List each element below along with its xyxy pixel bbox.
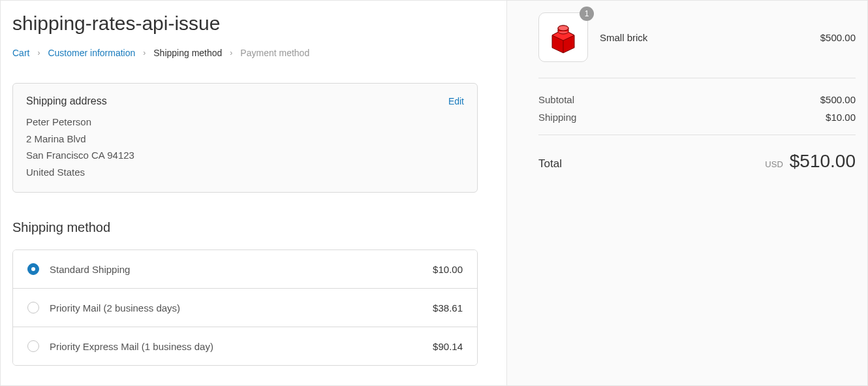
cart-item-price: $500.00 bbox=[820, 32, 856, 43]
subtotal-value: $500.00 bbox=[820, 94, 856, 105]
address-city: San Francisco CA 94123 bbox=[26, 147, 464, 164]
cart-item-thumb-wrap: 1 bbox=[538, 12, 588, 62]
summary-divider bbox=[538, 135, 856, 135]
edit-address-link[interactable]: Edit bbox=[448, 96, 464, 106]
shipping-address-label: Shipping address bbox=[26, 95, 107, 107]
shipping-address-header: Shipping address Edit bbox=[26, 95, 464, 107]
order-summary: 1 Small brick $500.00 Subtotal $500.00 S… bbox=[506, 1, 867, 385]
radio-unselected-icon[interactable] bbox=[27, 340, 39, 352]
brick-icon bbox=[546, 20, 580, 54]
cart-item-name: Small brick bbox=[600, 32, 820, 43]
shipping-option-label: Priority Express Mail (1 business day) bbox=[50, 341, 433, 352]
breadcrumb-shipping-method: Shipping method bbox=[153, 48, 222, 58]
radio-unselected-icon[interactable] bbox=[27, 302, 39, 314]
address-street: 2 Marina Blvd bbox=[26, 131, 464, 148]
shipping-row: Shipping $10.00 bbox=[538, 112, 856, 123]
shipping-option-priority[interactable]: Priority Mail (2 business days) $38.61 bbox=[13, 289, 477, 327]
currency-code: USD bbox=[765, 159, 783, 169]
radio-selected-icon[interactable] bbox=[27, 263, 39, 275]
chevron-right-icon: › bbox=[143, 48, 146, 57]
subtotal-row: Subtotal $500.00 bbox=[538, 94, 856, 105]
store-title: shipping-rates-api-issue bbox=[12, 12, 478, 35]
shipping-option-standard[interactable]: Standard Shipping $10.00 bbox=[13, 250, 477, 289]
breadcrumb-customer-info[interactable]: Customer information bbox=[48, 48, 135, 58]
chevron-right-icon: › bbox=[230, 48, 232, 57]
shipping-option-price: $38.61 bbox=[433, 302, 463, 314]
total-row: Total USD $510.00 bbox=[538, 151, 856, 172]
shipping-method-title: Shipping method bbox=[12, 220, 478, 235]
cart-item: 1 Small brick $500.00 bbox=[538, 12, 856, 78]
breadcrumb: Cart › Customer information › Shipping m… bbox=[12, 48, 478, 58]
subtotal-label: Subtotal bbox=[538, 94, 574, 105]
address-country: United States bbox=[26, 164, 464, 181]
breadcrumb-cart[interactable]: Cart bbox=[12, 48, 29, 58]
shipping-option-priority-express[interactable]: Priority Express Mail (1 business day) $… bbox=[13, 327, 477, 365]
checkout-main: shipping-rates-api-issue Cart › Customer… bbox=[1, 1, 506, 385]
shipping-cost-label: Shipping bbox=[538, 112, 576, 123]
cart-item-thumbnail bbox=[538, 12, 588, 62]
shipping-methods-list: Standard Shipping $10.00 Priority Mail (… bbox=[12, 249, 478, 366]
shipping-option-price: $10.00 bbox=[433, 264, 463, 275]
total-label: Total bbox=[538, 157, 562, 170]
breadcrumb-payment-method: Payment method bbox=[240, 48, 309, 58]
shipping-address-box: Shipping address Edit Peter Peterson 2 M… bbox=[12, 83, 478, 193]
shipping-option-label: Priority Mail (2 business days) bbox=[50, 302, 433, 314]
svg-point-4 bbox=[558, 25, 568, 31]
total-amount: $510.00 bbox=[790, 151, 856, 172]
address-name: Peter Peterson bbox=[26, 114, 464, 131]
shipping-option-price: $90.14 bbox=[433, 341, 463, 352]
shipping-option-label: Standard Shipping bbox=[50, 264, 433, 275]
checkout-page: shipping-rates-api-issue Cart › Customer… bbox=[0, 0, 868, 386]
chevron-right-icon: › bbox=[37, 48, 40, 57]
shipping-cost-value: $10.00 bbox=[826, 112, 856, 123]
qty-badge: 1 bbox=[580, 7, 594, 21]
